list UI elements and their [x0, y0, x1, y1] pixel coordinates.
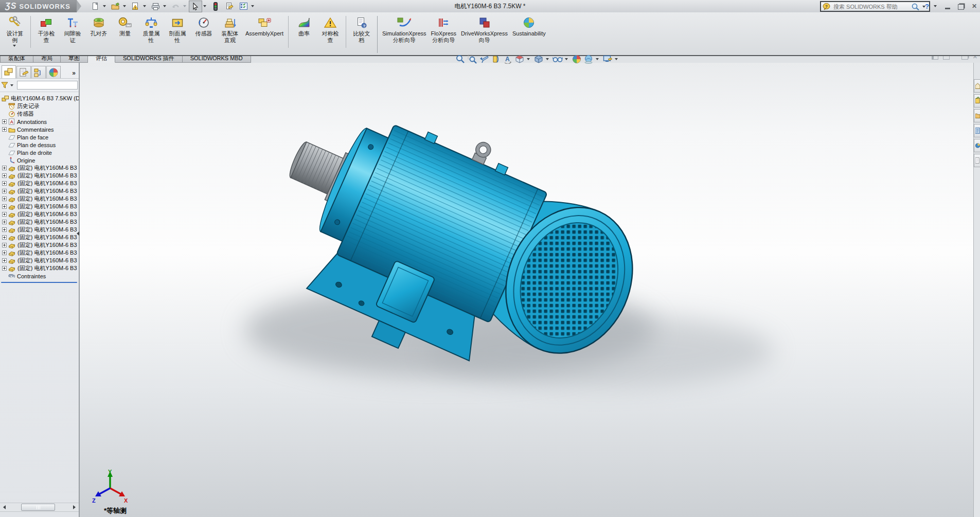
expand-icon[interactable]	[2, 220, 7, 224]
options-button[interactable]	[237, 1, 250, 12]
design-study-button[interactable]: 设计算例	[4, 15, 26, 47]
zoom-to-fit-button[interactable]	[455, 55, 466, 64]
scrollbar-thumb[interactable]	[21, 504, 55, 511]
tree-item[interactable]: Plan de dessus	[0, 141, 79, 149]
motor-3d-model[interactable]	[80, 63, 973, 516]
expand-icon[interactable]	[2, 212, 7, 217]
tree-item[interactable]: Plan de droite	[0, 149, 79, 156]
hide-show-items-button[interactable]	[553, 55, 563, 64]
tree-root-item[interactable]: 电机Y160M-6 B3 7.5KW (Dé	[0, 95, 79, 102]
display-style-button[interactable]	[533, 55, 544, 64]
section-properties-button[interactable]: 剖面属性	[167, 15, 188, 44]
expand-icon[interactable]	[2, 181, 7, 186]
open-document-dropdown-icon[interactable]	[123, 5, 126, 7]
new-document-button[interactable]	[88, 1, 102, 12]
expand-icon[interactable]	[2, 166, 7, 170]
task-pane-custom-properties-tab[interactable]	[974, 154, 980, 167]
previous-view-button[interactable]	[479, 55, 489, 64]
tree-item[interactable]: AAnnotations	[0, 118, 79, 126]
apply-scene-dropdown-icon[interactable]	[596, 58, 599, 60]
tree-component-item[interactable]: (固定) 电机Y160M-6 B3 7.	[0, 234, 79, 241]
tree-item[interactable]: 传感器	[0, 110, 79, 118]
expand-icon[interactable]	[2, 127, 7, 132]
expand-icon[interactable]	[2, 258, 7, 263]
select-tool-button[interactable]	[189, 1, 202, 12]
search-magnifier-icon[interactable]	[912, 3, 920, 10]
design-study-dropdown-icon[interactable]	[13, 45, 16, 47]
search-input[interactable]	[832, 3, 910, 10]
tree-item[interactable]: Plan de face	[0, 133, 79, 141]
tree-horizontal-scrollbar[interactable]	[0, 503, 79, 512]
expand-icon[interactable]	[2, 204, 7, 209]
task-pane-view-palette-tab[interactable]	[974, 124, 980, 137]
interference-check-button[interactable]: 干涉检查	[35, 15, 57, 44]
view-orientation-button[interactable]	[514, 55, 525, 64]
filter-funnel-icon[interactable]	[1, 82, 8, 88]
filter-dropdown-icon[interactable]	[10, 84, 13, 86]
zoom-to-area-button[interactable]	[467, 55, 477, 64]
tree-component-item[interactable]: (固定) 电机Y160M-6 B3 7.	[0, 187, 79, 195]
configuration-manager-tab[interactable]	[31, 66, 46, 78]
tree-component-item[interactable]: (固定) 电机Y160M-6 B3 7.	[0, 180, 79, 187]
logo-expander-icon[interactable]	[77, 0, 81, 12]
minimize-button[interactable]	[943, 3, 952, 10]
tree-component-item[interactable]: (固定) 电机Y160M-6 B3 7.	[0, 164, 79, 172]
expand-icon[interactable]	[2, 119, 7, 124]
tree-item[interactable]: 历史记录	[0, 102, 79, 110]
section-view-button[interactable]	[491, 55, 501, 64]
tree-component-item[interactable]: (固定) 电机Y160M-6 B3 7.	[0, 172, 79, 180]
print-document-button[interactable]	[149, 1, 162, 12]
edit-appearance-button[interactable]	[572, 55, 582, 64]
search-box[interactable]: ?	[820, 1, 930, 12]
tree-mates-item[interactable]: Contraintes	[0, 272, 79, 280]
scroll-left-icon[interactable]	[3, 505, 6, 509]
graphics-viewport[interactable]: Y Z X *等轴测	[80, 63, 973, 517]
tree-component-item[interactable]: (固定) 电机Y160M-6 B3 7.	[0, 218, 79, 226]
tree-component-item[interactable]: (固定) 电机Y160M-6 B3 7.	[0, 264, 79, 272]
save-document-button[interactable]	[129, 1, 142, 12]
rebuild-traffic-light-button[interactable]	[209, 1, 222, 12]
featuremanager-tree-tab[interactable]	[2, 65, 16, 78]
panel-tabs-overflow-icon[interactable]: »	[72, 69, 77, 78]
task-pane-appearances-tab[interactable]	[974, 139, 980, 152]
undo-button[interactable]	[169, 1, 182, 12]
view-settings-dropdown-icon[interactable]	[615, 58, 618, 60]
driveworksxpress-wizard-button[interactable]: DriveWorksXpress向导	[461, 15, 508, 44]
print-document-dropdown-icon[interactable]	[163, 5, 166, 7]
task-pane-resources-tab[interactable]	[974, 79, 980, 93]
new-document-dropdown-icon[interactable]	[103, 5, 106, 7]
file-properties-button[interactable]	[223, 1, 236, 12]
tree-component-item[interactable]: (固定) 电机Y160M-6 B3 7.	[0, 195, 79, 203]
expand-icon[interactable]	[2, 243, 7, 247]
hole-alignment-button[interactable]: 孔对齐	[88, 15, 110, 37]
display-style-dropdown-icon[interactable]	[546, 58, 549, 60]
tree-component-item[interactable]: (固定) 电机Y160M-6 B3 7.	[0, 203, 79, 210]
tree-item[interactable]: Origine	[0, 156, 79, 164]
tree-item[interactable]: Commentaires	[0, 126, 79, 133]
expand-icon[interactable]	[2, 189, 7, 193]
help-dropdown-icon[interactable]	[934, 5, 937, 7]
assembly-xpert-button[interactable]: AssemblyXpert	[245, 15, 283, 37]
tree-component-item[interactable]: (固定) 电机Y160M-6 B3 7.	[0, 226, 79, 234]
scroll-right-icon[interactable]	[73, 505, 76, 509]
task-pane-file-explorer-tab[interactable]	[974, 109, 980, 122]
expand-icon[interactable]	[2, 197, 7, 201]
property-manager-tab[interactable]	[16, 66, 31, 78]
rollback-bar[interactable]	[1, 282, 77, 283]
apply-scene-button[interactable]	[583, 55, 594, 64]
view-settings-button[interactable]	[602, 55, 613, 64]
task-pane-design-library-tab[interactable]	[974, 94, 980, 108]
simulationxpress-wizard-button[interactable]: SimulationXpress分析向导	[382, 15, 426, 44]
options-dropdown-icon[interactable]	[251, 5, 254, 7]
floxpress-wizard-button[interactable]: FloXpress分析向导	[431, 15, 457, 44]
expand-icon[interactable]	[2, 266, 7, 271]
help-icon[interactable]: ?	[925, 3, 929, 10]
tree-component-item[interactable]: (固定) 电机Y160M-6 B3 7.	[0, 249, 79, 257]
tree-component-item[interactable]: (固定) 电机Y160M-6 B3 7.	[0, 257, 79, 264]
hide-show-items-dropdown-icon[interactable]	[565, 58, 568, 60]
expand-icon[interactable]	[2, 235, 7, 240]
expand-icon[interactable]	[2, 173, 7, 178]
symmetry-check-button[interactable]: 对称检查	[319, 15, 341, 44]
sustainability-button[interactable]: Sustainability	[512, 15, 546, 37]
sensors-button[interactable]: 传感器	[193, 15, 215, 37]
